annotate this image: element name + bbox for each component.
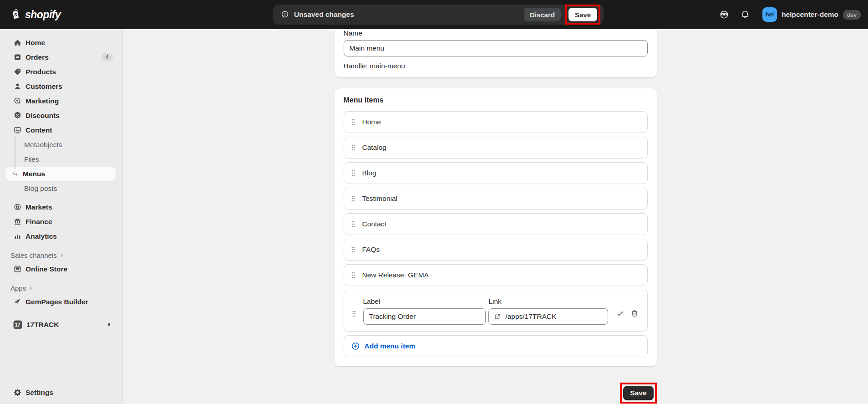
save-button-top[interactable]: Save bbox=[569, 8, 597, 21]
unsaved-changes-bar: Unsaved changes Discard Save bbox=[273, 5, 604, 25]
discounts-icon bbox=[13, 111, 22, 120]
check-icon bbox=[616, 309, 624, 318]
online-store-icon bbox=[13, 265, 22, 274]
marketing-icon bbox=[13, 97, 22, 106]
shopify-wordmark: shopify bbox=[25, 9, 61, 21]
svg-text:$: $ bbox=[17, 205, 19, 210]
drag-handle-icon[interactable] bbox=[350, 169, 356, 177]
shopify-bag-icon: S bbox=[9, 8, 22, 21]
notifications-button[interactable] bbox=[737, 6, 753, 23]
item-label-input[interactable] bbox=[363, 308, 486, 325]
markets-icon: $ bbox=[13, 203, 22, 212]
delete-item-button[interactable] bbox=[629, 308, 640, 319]
sidebar-item-markets[interactable]: $ Markets bbox=[5, 200, 116, 214]
footer-actions: Save bbox=[335, 383, 657, 404]
menu-item-row[interactable]: Blog bbox=[344, 162, 648, 184]
menu-item-row[interactable]: Home bbox=[344, 111, 648, 133]
name-card: Name Handle: main-menu bbox=[335, 29, 657, 77]
sidebar-item-finance[interactable]: Finance bbox=[5, 215, 116, 229]
store-name: helpcenter-demo bbox=[782, 10, 838, 19]
item-link-inputbox[interactable] bbox=[488, 308, 608, 325]
sales-channels-header[interactable]: Sales channels bbox=[5, 250, 116, 261]
drag-handle-icon[interactable] bbox=[350, 246, 356, 253]
sidebar-item-discounts[interactable]: Discounts bbox=[5, 108, 116, 123]
sidekick-button[interactable] bbox=[716, 6, 732, 23]
apps-header[interactable]: Apps bbox=[5, 282, 116, 293]
chevron-right-icon bbox=[59, 253, 64, 258]
account-menu[interactable]: hel helpcenter-demo dev bbox=[762, 7, 861, 22]
menu-item-row[interactable]: Contact bbox=[344, 213, 648, 235]
sidebar: Home Orders 4 Products Customers bbox=[0, 29, 123, 404]
customers-icon bbox=[13, 82, 22, 91]
drag-handle-icon[interactable] bbox=[350, 144, 356, 151]
menu-item-row[interactable]: FAQs bbox=[344, 239, 648, 261]
save-annotation-box-bottom: Save bbox=[620, 383, 656, 404]
drag-handle-icon[interactable] bbox=[350, 271, 356, 279]
menu-items-card: Menu items Home Catalog Blog bbox=[335, 88, 657, 366]
menu-items-title: Menu items bbox=[344, 96, 648, 105]
bell-icon bbox=[740, 10, 750, 20]
menu-item-row[interactable]: New Release: GEMA bbox=[344, 264, 648, 286]
discard-button[interactable]: Discard bbox=[524, 8, 561, 21]
subnav-connector-line bbox=[15, 136, 15, 169]
sidebar-item-analytics[interactable]: Analytics bbox=[5, 229, 116, 243]
save-annotation-box-top: Save bbox=[565, 5, 600, 25]
sidebar-divider bbox=[8, 313, 114, 313]
external-link-icon bbox=[493, 312, 502, 321]
sidebar-item-content[interactable]: Content bbox=[5, 123, 116, 137]
drag-handle-icon[interactable] bbox=[350, 195, 356, 202]
shopify-logo[interactable]: S shopify bbox=[0, 8, 61, 21]
chevron-right-icon bbox=[28, 286, 33, 291]
sidekick-icon bbox=[719, 10, 729, 20]
save-button-bottom[interactable]: Save bbox=[623, 386, 653, 400]
svg-text:17: 17 bbox=[15, 322, 20, 327]
add-menu-item-button[interactable]: Add menu item bbox=[344, 335, 648, 357]
drag-handle-icon[interactable] bbox=[351, 310, 357, 317]
drag-handle-icon[interactable] bbox=[350, 118, 356, 126]
menu-name-input[interactable] bbox=[344, 40, 648, 56]
menu-item-row[interactable]: Catalog bbox=[344, 137, 648, 159]
sidebar-item-settings[interactable]: Settings bbox=[5, 385, 116, 399]
sidebar-item-metaobjects[interactable]: Metaobjects bbox=[5, 138, 116, 152]
17track-icon: 17 bbox=[13, 320, 23, 330]
link-field-label: Link bbox=[488, 297, 608, 306]
environment-badge: dev bbox=[843, 10, 861, 20]
sidebar-item-17track[interactable]: 17 17TRACK bbox=[5, 317, 116, 332]
alert-icon bbox=[280, 10, 289, 19]
plus-circle-icon bbox=[351, 342, 360, 351]
sidebar-item-gempages[interactable]: GemPages Builder bbox=[5, 295, 116, 309]
orders-count-badge: 4 bbox=[102, 53, 113, 61]
sidebar-item-home[interactable]: Home bbox=[5, 36, 116, 50]
menu-item-edit-row: Label Link bbox=[344, 290, 648, 332]
sidebar-item-blog-posts[interactable]: Blog posts bbox=[5, 181, 116, 195]
products-icon bbox=[13, 67, 22, 77]
sidebar-item-online-store[interactable]: Online Store bbox=[5, 262, 116, 276]
item-link-input[interactable] bbox=[505, 312, 603, 321]
name-field-label: Name bbox=[344, 29, 648, 37]
finance-icon bbox=[13, 217, 22, 226]
menu-items-list: Home Catalog Blog Testimonial bbox=[344, 111, 648, 357]
sidebar-item-orders[interactable]: Orders 4 bbox=[5, 50, 116, 64]
analytics-icon bbox=[13, 232, 22, 241]
sidebar-item-customers[interactable]: Customers bbox=[5, 79, 116, 93]
content-icon bbox=[13, 126, 22, 135]
top-bar: S shopify Unsaved changes Discard Save bbox=[0, 0, 868, 29]
menu-item-row[interactable]: Testimonial bbox=[344, 188, 648, 210]
confirm-item-button[interactable] bbox=[614, 308, 625, 319]
home-icon bbox=[13, 38, 22, 47]
shopify-admin: S shopify Unsaved changes Discard Save bbox=[0, 0, 868, 404]
sidebar-item-menus[interactable]: Menus bbox=[5, 167, 116, 181]
sidebar-item-marketing[interactable]: Marketing bbox=[5, 94, 116, 108]
content-subnav: Metaobjects Files Menus Blog posts bbox=[0, 138, 122, 195]
topbar-right: hel helpcenter-demo dev bbox=[716, 6, 868, 23]
drag-handle-icon[interactable] bbox=[350, 220, 356, 228]
label-field-label: Label bbox=[363, 297, 486, 306]
sidebar-item-products[interactable]: Products bbox=[5, 65, 116, 79]
orders-icon bbox=[13, 53, 22, 62]
subitem-arrow-icon bbox=[12, 171, 19, 177]
gear-icon bbox=[13, 388, 22, 397]
main-content: Name Handle: main-menu Menu items Home bbox=[123, 29, 868, 404]
17track-notification-dot bbox=[108, 323, 110, 326]
sidebar-item-files[interactable]: Files bbox=[5, 152, 116, 166]
gempages-icon bbox=[13, 297, 22, 307]
